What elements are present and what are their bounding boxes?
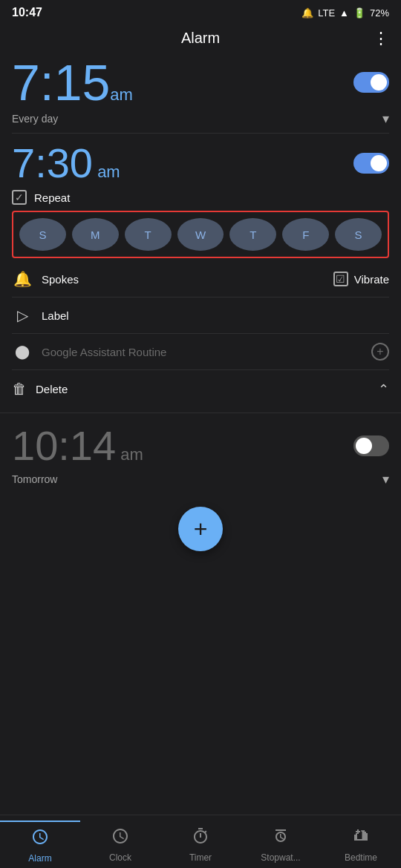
overflow-menu-button[interactable]: ⋮ bbox=[373, 29, 389, 48]
repeat-row[interactable]: ✓ Repeat bbox=[12, 184, 389, 208]
alarm-item-715: 7:15am Every day ▾ bbox=[0, 54, 401, 134]
bedtime-nav-icon bbox=[352, 827, 370, 849]
day-sunday[interactable]: S bbox=[19, 218, 66, 251]
schedule-label-1014: Tomorrow bbox=[12, 473, 57, 485]
alarm-list: 7:15am Every day ▾ 7:30 am ✓ Repeat bbox=[0, 54, 401, 795]
battery-percent: 72% bbox=[370, 7, 389, 19]
vibrate-label: Vibrate bbox=[354, 273, 389, 286]
nav-bedtime[interactable]: Bedtime bbox=[321, 821, 401, 863]
alarm-toggle-1014[interactable] bbox=[353, 435, 389, 456]
collapse-icon[interactable]: ⌃ bbox=[378, 381, 389, 398]
page-title: Alarm bbox=[181, 30, 220, 47]
status-icons: 🔔 LTE ▲ 🔋 72% bbox=[301, 7, 389, 19]
battery-icon: 🔋 bbox=[353, 7, 365, 19]
assistant-label: Google Assistant Routine bbox=[42, 346, 362, 358]
assistant-row[interactable]: ⬤ Google Assistant Routine + bbox=[12, 334, 389, 370]
repeat-checkbox[interactable]: ✓ bbox=[12, 190, 27, 205]
nav-stopwatch[interactable]: Stopwat... bbox=[241, 821, 321, 863]
timer-nav-icon bbox=[192, 827, 209, 849]
app-header: Alarm ⋮ bbox=[0, 22, 401, 54]
vibrate-checkbox[interactable]: ☑ bbox=[333, 272, 348, 286]
sound-label: Spokes bbox=[42, 273, 325, 286]
fab-container: + bbox=[0, 495, 401, 560]
day-wednesday[interactable]: W bbox=[177, 218, 224, 251]
add-assistant-button[interactable]: + bbox=[371, 343, 389, 361]
day-thursday[interactable]: T bbox=[229, 218, 276, 251]
alarm-status-icon: 🔔 bbox=[301, 7, 313, 19]
nav-timer[interactable]: Timer bbox=[160, 821, 241, 863]
alarm-item-730: 7:30 am ✓ Repeat S M T W T F S 🔔 Spokes bbox=[0, 134, 401, 413]
bottom-nav: Alarm Clock Timer Stopwat... bbox=[0, 815, 401, 868]
bell-icon: 🔔 bbox=[12, 270, 33, 288]
stopwatch-nav-icon bbox=[272, 827, 290, 849]
alarm-time-1014[interactable]: 10:14 am bbox=[12, 425, 143, 467]
delete-label: Delete bbox=[36, 383, 369, 395]
day-monday[interactable]: M bbox=[72, 218, 119, 251]
sound-row[interactable]: 🔔 Spokes ☑ Vibrate bbox=[12, 261, 389, 297]
alarm-item-1014: 10:14 am Tomorrow ▾ bbox=[0, 413, 401, 495]
add-alarm-button[interactable]: + bbox=[178, 507, 223, 551]
signal-icon: ▲ bbox=[339, 7, 349, 19]
nav-alarm-label: Alarm bbox=[28, 853, 51, 864]
lte-icon: LTE bbox=[318, 7, 335, 19]
nav-alarm[interactable]: Alarm bbox=[0, 821, 80, 864]
label-icon: ▷ bbox=[12, 306, 33, 324]
add-icon: + bbox=[194, 517, 208, 541]
alarm-time-730[interactable]: 7:30 am bbox=[12, 142, 120, 184]
status-time: 10:47 bbox=[12, 6, 42, 19]
nav-bedtime-label: Bedtime bbox=[345, 852, 377, 863]
nav-clock[interactable]: Clock bbox=[80, 821, 160, 863]
alarm-schedule-715: Every day ▾ bbox=[12, 108, 389, 134]
alarm-schedule-1014: Tomorrow ▾ bbox=[12, 467, 389, 495]
delete-icon: 🗑 bbox=[12, 381, 27, 398]
day-saturday[interactable]: S bbox=[335, 218, 382, 251]
label-row[interactable]: ▷ Label bbox=[12, 297, 389, 334]
days-selector: S M T W T F S bbox=[12, 211, 389, 258]
day-friday[interactable]: F bbox=[282, 218, 329, 251]
repeat-label: Repeat bbox=[34, 191, 70, 204]
assistant-icon: ⬤ bbox=[12, 343, 33, 360]
nav-clock-label: Clock bbox=[109, 852, 131, 863]
schedule-chevron-715[interactable]: ▾ bbox=[382, 111, 389, 127]
alarm-toggle-715[interactable] bbox=[353, 72, 389, 93]
clock-nav-icon bbox=[111, 827, 129, 849]
alarm-time-715: 7:15am bbox=[12, 57, 133, 108]
delete-row[interactable]: 🗑 Delete ⌃ bbox=[12, 370, 389, 404]
nav-stopwatch-label: Stopwat... bbox=[261, 852, 300, 863]
nav-timer-label: Timer bbox=[189, 852, 212, 863]
alarm-nav-icon bbox=[31, 828, 49, 850]
schedule-chevron-1014[interactable]: ▾ bbox=[382, 471, 389, 487]
label-label: Label bbox=[42, 309, 389, 322]
status-bar: 10:47 🔔 LTE ▲ 🔋 72% bbox=[0, 0, 401, 22]
day-tuesday[interactable]: T bbox=[125, 218, 172, 251]
alarm-toggle-730[interactable] bbox=[353, 153, 389, 174]
vibrate-option[interactable]: ☑ Vibrate bbox=[333, 272, 389, 286]
